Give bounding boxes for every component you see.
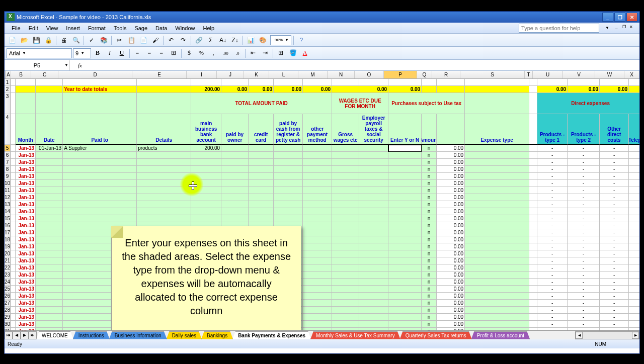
cell[interactable] (465, 208, 529, 215)
doc-restore[interactable]: ❐ (622, 25, 629, 32)
cell[interactable]: n (422, 236, 437, 243)
cell[interactable] (191, 159, 221, 166)
cell[interactable] (249, 159, 274, 166)
cell[interactable]: n (422, 250, 437, 257)
cell[interactable] (36, 86, 63, 93)
cell[interactable]: - (537, 194, 568, 201)
cell[interactable] (332, 264, 359, 271)
cell[interactable] (191, 194, 221, 201)
cell[interactable]: n (422, 222, 437, 229)
cell[interactable] (36, 314, 63, 321)
cell[interactable] (221, 208, 249, 215)
cell[interactable]: Jan-13 (16, 321, 36, 328)
cell[interactable] (191, 173, 221, 180)
maximize-button[interactable]: ❐ (614, 13, 625, 22)
cell[interactable]: 0.00 (274, 86, 303, 93)
tab-prev-icon[interactable]: ◀ (13, 331, 21, 339)
cell[interactable]: - (600, 257, 629, 264)
cell[interactable] (332, 271, 359, 279)
cell[interactable]: Jan-13 (16, 314, 36, 321)
cell[interactable]: n (422, 286, 437, 293)
cell[interactable]: - (537, 236, 568, 243)
cell[interactable] (191, 187, 221, 194)
cell[interactable] (303, 257, 332, 264)
cell[interactable]: 0.00 (437, 180, 465, 187)
cell[interactable] (465, 314, 529, 321)
cell[interactable]: - (600, 173, 629, 180)
cell[interactable]: Expense type (465, 114, 529, 145)
cell[interactable]: n (422, 187, 437, 194)
cell[interactable] (191, 180, 221, 187)
cell[interactable] (529, 173, 537, 180)
cell[interactable]: - (600, 243, 629, 250)
row-header[interactable]: 10 (5, 180, 11, 187)
cell[interactable] (36, 208, 63, 215)
cell[interactable] (137, 86, 191, 93)
cell[interactable]: Jan-13 (16, 229, 36, 236)
cell[interactable]: 0.00 (437, 257, 465, 264)
col-header-K[interactable]: K (244, 71, 269, 78)
cell[interactable] (11, 321, 16, 328)
cell[interactable]: 200.00 (191, 86, 221, 93)
cell[interactable]: n (422, 194, 437, 201)
cell[interactable]: - (600, 222, 629, 229)
autosum-icon[interactable]: Σ (205, 35, 216, 46)
cell[interactable] (529, 229, 537, 236)
row-header[interactable]: 6 (5, 152, 11, 159)
cell[interactable] (36, 79, 63, 86)
col-header-A[interactable]: A (6, 71, 11, 78)
cell[interactable] (465, 300, 529, 307)
cell[interactable] (359, 300, 388, 307)
cell[interactable] (11, 229, 16, 236)
col-header-N[interactable]: N (328, 71, 355, 78)
cell[interactable] (303, 187, 332, 194)
cell[interactable] (11, 86, 16, 93)
row-header[interactable]: 17 (5, 229, 11, 236)
cell[interactable]: - (568, 180, 600, 187)
cell[interactable]: - (568, 279, 600, 286)
cell[interactable] (359, 257, 388, 264)
cell[interactable] (249, 145, 274, 152)
cell[interactable] (359, 314, 388, 321)
col-header-O[interactable]: O (355, 71, 384, 78)
cell[interactable] (465, 279, 529, 286)
cell[interactable] (11, 194, 16, 201)
cell[interactable]: - (537, 243, 568, 250)
sort-asc-icon[interactable]: A↓ (217, 35, 228, 46)
cell[interactable] (137, 166, 191, 173)
cell[interactable] (388, 250, 422, 257)
cell[interactable]: n (422, 208, 437, 215)
cell[interactable] (11, 300, 16, 307)
preview-icon[interactable]: 🔍 (70, 35, 82, 46)
cell[interactable] (388, 208, 422, 215)
cell[interactable] (359, 152, 388, 159)
cell[interactable] (11, 264, 16, 271)
cell[interactable] (529, 300, 537, 307)
cell[interactable]: n (422, 152, 437, 159)
cell[interactable] (249, 201, 274, 208)
cell[interactable] (36, 194, 63, 201)
cell[interactable] (11, 293, 16, 300)
cell[interactable]: 0.00 (437, 264, 465, 271)
cell[interactable] (11, 243, 16, 250)
cell[interactable] (465, 159, 529, 166)
cell[interactable] (332, 180, 359, 187)
cell[interactable]: 0.00 (437, 286, 465, 293)
cell[interactable] (191, 166, 221, 173)
cell[interactable] (63, 93, 137, 114)
cells-area[interactable]: Year to date totals200.000.000.000.000.0… (11, 79, 639, 330)
cell[interactable] (303, 222, 332, 229)
sheet-tab[interactable]: Business information (109, 331, 167, 339)
cell[interactable]: Jan-13 (16, 159, 36, 166)
cell[interactable] (629, 215, 639, 222)
cell[interactable]: Employer payroll taxes & social security (359, 114, 388, 145)
cell[interactable]: n (422, 159, 437, 166)
cell[interactable] (465, 79, 529, 86)
row-header[interactable]: 28 (5, 307, 11, 314)
cell[interactable] (332, 173, 359, 180)
tab-next-icon[interactable]: ▶ (21, 331, 29, 339)
cell[interactable] (36, 229, 63, 236)
cell[interactable] (388, 279, 422, 286)
cell[interactable] (529, 152, 537, 159)
cell[interactable] (629, 229, 639, 236)
